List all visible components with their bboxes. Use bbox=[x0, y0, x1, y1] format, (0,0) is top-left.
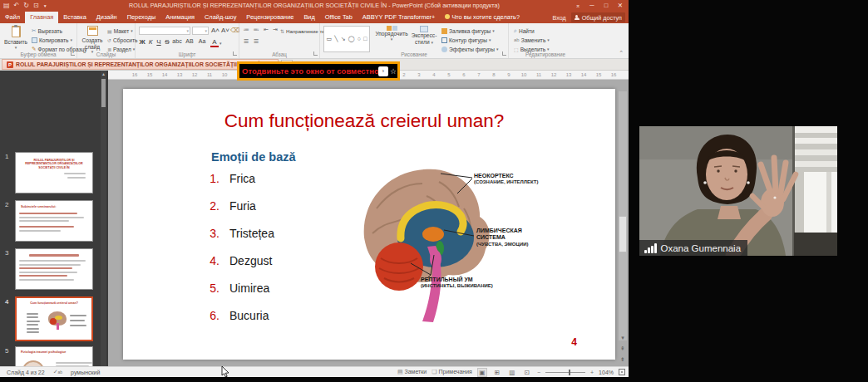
vertical-scrollbar[interactable] bbox=[619, 91, 627, 340]
cut-button[interactable]: ✂ Вырезать bbox=[32, 27, 62, 35]
shape-square-icon[interactable]: □ bbox=[363, 36, 367, 42]
tab-слайд-шоу[interactable]: Слайд-шоу bbox=[200, 12, 241, 23]
tab-дизайн[interactable]: Дизайн bbox=[91, 12, 122, 23]
indent-increase-icon[interactable]: ⇥ bbox=[271, 27, 279, 33]
comments-button[interactable]: ❏ Примечания bbox=[432, 369, 472, 375]
shape-rect-icon[interactable]: ▭ bbox=[327, 36, 333, 42]
scroll-down-icon[interactable]: ▾ bbox=[618, 335, 628, 341]
clear-formatting-icon[interactable]: ⌫ bbox=[230, 27, 239, 34]
text-shadow-button[interactable]: abc bbox=[171, 38, 183, 44]
tab-переходы[interactable]: Переходы bbox=[122, 12, 161, 23]
participant-video-tile[interactable]: Oxana Gumennaia bbox=[639, 126, 837, 256]
slide-thumbnail-4-selected[interactable]: Cum funcționează creierul uman? bbox=[15, 296, 93, 341]
align-center-icon[interactable]: ☰ bbox=[252, 38, 260, 45]
underline-button[interactable]: Ч bbox=[155, 38, 163, 46]
redo-icon[interactable]: ↻ bbox=[23, 0, 29, 12]
layout-button[interactable]: ▤ Макет▾ bbox=[107, 27, 133, 35]
close-button[interactable]: ✕ bbox=[614, 0, 627, 12]
zoom-slider[interactable] bbox=[545, 372, 585, 373]
maximize-button[interactable]: □ bbox=[599, 0, 613, 12]
tab-office-tab[interactable]: Office Tab bbox=[320, 12, 358, 23]
qat-dropdown-icon[interactable]: ▼ bbox=[43, 0, 47, 12]
font-color-dropdown[interactable]: ▾ bbox=[219, 41, 222, 46]
shape-line-icon[interactable]: ╲ bbox=[334, 36, 338, 42]
slide-thumbnail-2[interactable]: Subiectele seminarului: bbox=[15, 200, 93, 242]
scroll-up-icon[interactable]: ▲ bbox=[101, 71, 106, 78]
font-dialog-launcher[interactable] bbox=[233, 51, 237, 56]
brain-diagram[interactable]: НЕОКОРТЕКС (СОЗНАНИЕ, ИНТЕЛЛЕКТ) ЛИМБИЧЕ… bbox=[348, 159, 597, 335]
slide-sorter-view-icon[interactable]: ⊞ bbox=[492, 369, 502, 376]
tab-вид[interactable]: Вид bbox=[298, 12, 319, 23]
decrease-font-icon[interactable]: А˅ bbox=[221, 27, 229, 34]
sign-in-link[interactable]: Вход bbox=[552, 14, 565, 22]
indent-decrease-icon[interactable]: ⇤ bbox=[262, 27, 270, 33]
tab-вставка[interactable]: Вставка bbox=[58, 12, 91, 23]
save-icon[interactable]: ▤ bbox=[3, 0, 10, 12]
thumbnail-scrollbar[interactable]: ▲ bbox=[101, 71, 106, 366]
shape-oval-icon[interactable]: ◯ bbox=[348, 36, 355, 42]
tab-анимация[interactable]: Анимация bbox=[160, 12, 200, 23]
italic-button[interactable]: К bbox=[146, 38, 155, 46]
spell-check-icon[interactable]: ✓ab bbox=[53, 369, 62, 375]
zoom-level[interactable]: 104% bbox=[599, 370, 614, 375]
shape-outline-button[interactable]: Контур фигуры▾ bbox=[441, 36, 491, 44]
arrange-button[interactable]: Упорядочить▾ bbox=[375, 26, 408, 42]
notification-star-icon[interactable]: ☆ bbox=[390, 67, 397, 76]
shapes-gallery[interactable]: ▭ ╲ ↘ ◯ ○ □ bbox=[323, 26, 370, 52]
slide-thumbnail-1[interactable]: ROLUL PARAJURIȘTILOR ȘI REPREZENTANȚILOR… bbox=[15, 152, 93, 193]
fit-to-window-icon[interactable] bbox=[619, 369, 625, 375]
bullets-icon[interactable]: ≔ bbox=[242, 27, 250, 33]
change-case-button[interactable]: Аа bbox=[196, 38, 208, 44]
drawing-dialog-launcher[interactable] bbox=[502, 51, 506, 56]
find-button[interactable]: ⌕ Найти bbox=[514, 27, 535, 35]
normal-view-icon[interactable]: ▣ bbox=[477, 368, 487, 377]
align-left-icon[interactable]: ☰ bbox=[242, 38, 250, 45]
emotion-list[interactable]: 1.Frica2.Furia3.Tristețea4.Dezgust5.Uimi… bbox=[205, 172, 338, 336]
notification-button[interactable]: › bbox=[378, 66, 388, 76]
copy-button[interactable]: Копировать▾ bbox=[32, 36, 72, 44]
tab-abbyy-pdf-transformer+[interactable]: ABBYY PDF Transformer+ bbox=[358, 12, 441, 23]
font-color-button[interactable]: А bbox=[210, 38, 219, 47]
zoom-slider-thumb[interactable] bbox=[569, 370, 571, 375]
share-button[interactable]: Общий доступ bbox=[571, 12, 625, 22]
tab-главная[interactable]: Главная bbox=[25, 12, 58, 23]
font-name-combo[interactable] bbox=[139, 27, 190, 35]
zoom-out-icon[interactable]: − bbox=[537, 370, 540, 375]
reading-view-icon[interactable]: ▥ bbox=[507, 369, 517, 376]
ribbon-display-options-icon[interactable]: ⌅ bbox=[571, 0, 584, 12]
font-size-combo[interactable] bbox=[192, 27, 209, 35]
shape-fill-button[interactable]: Заливка фигуры▾ bbox=[441, 27, 495, 35]
strikethrough-button[interactable]: S bbox=[163, 38, 171, 46]
paragraph-dialog-launcher[interactable] bbox=[313, 51, 318, 56]
next-slide-button[interactable]: ⇟ bbox=[618, 356, 628, 363]
minimize-button[interactable]: ─ bbox=[585, 0, 599, 12]
shape-arrow-icon[interactable]: ↘ bbox=[341, 36, 346, 42]
collapse-ribbon-icon[interactable]: ⌃ bbox=[619, 50, 624, 56]
slideshow-view-icon[interactable]: ⊡ bbox=[522, 369, 532, 376]
character-spacing-button[interactable]: АВ bbox=[184, 38, 195, 44]
slide-thumbnail-5[interactable]: Fiziologia traumei psihologice bbox=[15, 346, 93, 366]
slide-title[interactable]: Cum funcționează creierul uman? bbox=[173, 110, 555, 132]
notes-button[interactable]: ▤ Заметки bbox=[397, 369, 427, 375]
tab-рецензирование[interactable]: Рецензирование bbox=[241, 12, 298, 23]
start-slideshow-icon[interactable]: ⊡ bbox=[33, 0, 39, 12]
clipboard-dialog-launcher[interactable] bbox=[71, 51, 75, 56]
slide-subtitle[interactable]: Emoții de bază bbox=[211, 150, 296, 164]
scrollbar-thumb[interactable] bbox=[619, 216, 627, 252]
paste-button[interactable]: Вставить▾ bbox=[3, 26, 28, 50]
numbering-icon[interactable]: ≕ bbox=[252, 27, 260, 33]
previous-slide-button[interactable]: ⇞ bbox=[618, 345, 628, 352]
language-indicator[interactable]: румынский bbox=[71, 370, 100, 375]
quick-styles-button[interactable]: Экспресс- стили ▾ bbox=[410, 26, 438, 45]
reset-button[interactable]: ↺ Сбросить bbox=[107, 36, 137, 44]
shape-circle-icon[interactable]: ○ bbox=[358, 36, 361, 42]
new-slide-button[interactable]: Создать слайд▾ bbox=[79, 26, 106, 55]
undo-icon[interactable]: ↶ bbox=[14, 0, 20, 12]
bold-button[interactable]: Ж bbox=[138, 38, 146, 46]
tab-файл[interactable]: Файл bbox=[0, 12, 25, 23]
increase-font-icon[interactable]: А˄ bbox=[211, 27, 219, 34]
replace-button[interactable]: ab Заменить▾ bbox=[514, 36, 550, 44]
current-slide[interactable]: Cum funcționează creierul uman? Emoții d… bbox=[123, 89, 615, 360]
zoom-in-icon[interactable]: + bbox=[590, 370, 594, 375]
tab-что-вы-хотите-сделать-[interactable]: Что вы хотите сделать? bbox=[440, 12, 525, 23]
